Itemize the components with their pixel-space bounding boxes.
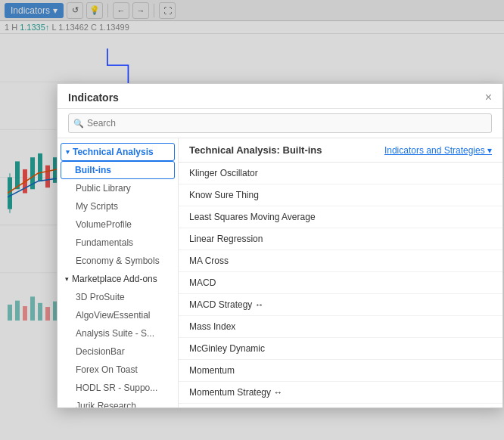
content-title: Technical Analysis: Built-ins <box>189 144 322 156</box>
list-item[interactable]: McGinley Dynamic <box>179 338 502 360</box>
filter-button[interactable]: Indicators and Strategies ▾ <box>384 145 492 156</box>
volume-profile-label: VolumeProfile <box>76 219 132 230</box>
my-scripts-label: My Scripts <box>76 201 118 212</box>
jurik-item[interactable]: Jurik Research <box>58 397 178 407</box>
decisionbar-item[interactable]: DecisionBar <box>58 342 178 361</box>
indicator-name: MACD Strategy ↔ <box>189 299 264 310</box>
search-icon: 🔍 <box>73 119 84 129</box>
public-library-label: Public Library <box>76 183 131 194</box>
list-item[interactable]: MACD <box>179 272 502 294</box>
content-area: Technical Analysis: Built-ins Indicators… <box>179 138 502 407</box>
economy-symbols-label: Economy & Symbols <box>76 256 160 266</box>
indicator-name: Linear Regression <box>189 234 263 244</box>
list-item[interactable]: MACD Strategy ↔ <box>179 294 502 316</box>
tech-analysis-label: Technical Analysis <box>73 147 154 157</box>
analysis-suite-item[interactable]: Analysis Suite - S... <box>58 324 178 342</box>
indicator-name: Know Sure Thing <box>189 190 259 200</box>
forex-toast-label: Forex On Toast <box>76 364 138 375</box>
my-scripts-item[interactable]: My Scripts <box>58 197 178 215</box>
indicator-name: Momentum <box>189 365 235 376</box>
triangle-icon: ▾ <box>66 148 70 156</box>
economy-symbols-item[interactable]: Economy & Symbols <box>58 252 178 270</box>
marketplace-label: Marketplace Add-ons <box>72 274 157 284</box>
search-bar: 🔍 <box>58 109 502 138</box>
algoview-item[interactable]: AlgoViewEssential <box>58 306 178 324</box>
3d-prosuite-label: 3D ProSuite <box>76 292 125 302</box>
dialog-header: Indicators × <box>58 84 502 109</box>
search-wrapper: 🔍 <box>68 113 492 133</box>
jurik-label: Jurik Research <box>76 401 136 407</box>
marketplace-triangle-icon: ▾ <box>65 275 69 283</box>
volume-profile-item[interactable]: VolumeProfile <box>58 215 178 234</box>
indicator-name: MA Cross <box>189 256 229 266</box>
builtins-label: Built-ins <box>75 165 111 175</box>
chart-area: Indicators ▾ ↺ 💡 ← → ⛶ 1 H 1.1335↑ L 1.1… <box>0 0 504 440</box>
indicators-list: Klinger Oscillator Know Sure Thing Least… <box>179 163 502 407</box>
dialog-close-button[interactable]: × <box>485 91 492 104</box>
indicator-name: Mass Index <box>189 321 235 332</box>
list-item[interactable]: Klinger Oscillator <box>179 163 502 184</box>
list-item[interactable]: Mass Index <box>179 316 502 338</box>
list-item[interactable]: Linear Regression <box>179 228 502 250</box>
fundamentals-label: Fundamentals <box>76 237 133 248</box>
analysis-suite-label: Analysis Suite - S... <box>76 328 154 339</box>
search-input[interactable] <box>68 113 492 133</box>
list-item[interactable]: Momentum Strategy ↔ <box>179 382 502 404</box>
tech-analysis-section[interactable]: ▾ Technical Analysis <box>61 143 175 161</box>
dialog-title: Indicators <box>68 91 119 104</box>
list-item[interactable]: Money Flow <box>179 404 502 407</box>
sidebar-nav: ▾ Technical Analysis Built-ins Public Li… <box>58 138 179 407</box>
forex-toast-item[interactable]: Forex On Toast <box>58 361 178 379</box>
list-item[interactable]: MA Cross <box>179 250 502 272</box>
indicator-name: Momentum Strategy ↔ <box>189 387 282 398</box>
marketplace-section[interactable]: ▾ Marketplace Add-ons <box>58 270 178 288</box>
content-header: Technical Analysis: Built-ins Indicators… <box>179 138 502 163</box>
indicators-dialog: Indicators × 🔍 ▾ Technical Analysis <box>57 83 503 408</box>
algoview-label: AlgoViewEssential <box>76 310 151 321</box>
builtins-nav-item[interactable]: Built-ins <box>61 161 175 179</box>
indicator-name: MACD <box>189 277 216 288</box>
indicator-name: Least Squares Moving Average <box>189 212 316 222</box>
indicator-name: McGinley Dynamic <box>189 343 265 354</box>
list-item[interactable]: Momentum <box>179 360 502 382</box>
public-library-item[interactable]: Public Library <box>58 179 178 197</box>
3d-prosuite-item[interactable]: 3D ProSuite <box>58 288 178 306</box>
hodl-label: HODL SR - Suppo... <box>76 383 157 393</box>
list-item[interactable]: Know Sure Thing <box>179 184 502 206</box>
dialog-body: ▾ Technical Analysis Built-ins Public Li… <box>58 138 502 407</box>
indicator-name: Klinger Oscillator <box>189 168 258 178</box>
decisionbar-label: DecisionBar <box>76 346 125 357</box>
fundamentals-item[interactable]: Fundamentals <box>58 234 178 252</box>
hodl-item[interactable]: HODL SR - Suppo... <box>58 379 178 397</box>
list-item[interactable]: Least Squares Moving Average <box>179 206 502 228</box>
